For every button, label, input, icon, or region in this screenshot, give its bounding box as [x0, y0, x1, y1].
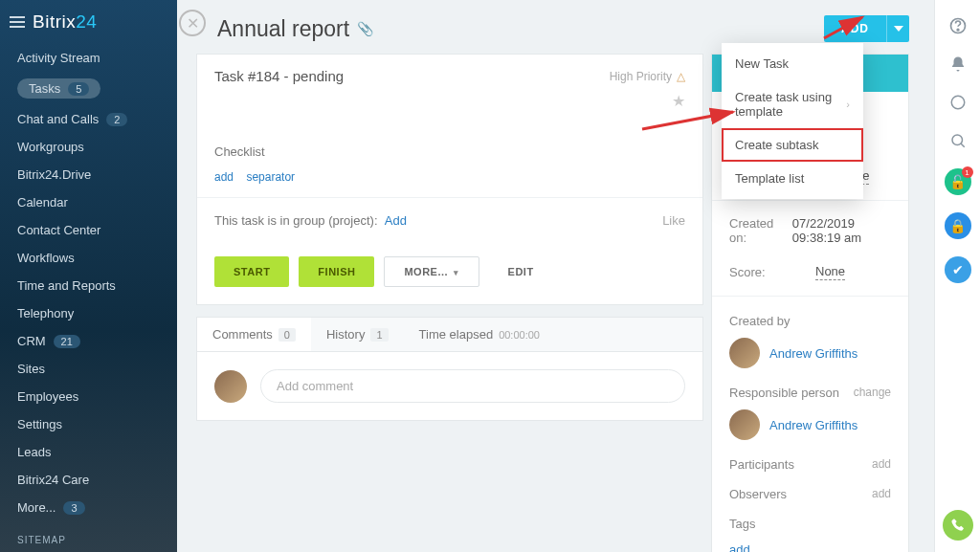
- add-dropdown-toggle[interactable]: [886, 15, 909, 42]
- sidebar-item-crm[interactable]: CRM21: [0, 327, 177, 355]
- page-title: Annual report: [217, 16, 349, 42]
- task-title: Task #184 - pending: [214, 68, 344, 84]
- menu-create-subtask[interactable]: Create subtask: [722, 128, 863, 162]
- tab-time-elapsed[interactable]: Time elapsed00:00:00: [404, 318, 555, 351]
- add-participant-link[interactable]: add: [872, 457, 891, 472]
- menu-template-list[interactable]: Template list: [722, 162, 863, 195]
- sidebar-item-care[interactable]: Bitrix24 Care: [0, 466, 177, 494]
- tab-history[interactable]: History1: [311, 318, 404, 351]
- shield-icon[interactable]: ✔: [945, 256, 971, 283]
- avatar: [729, 338, 760, 368]
- observers-label: Observers: [729, 487, 787, 501]
- svg-line-6: [961, 144, 965, 147]
- sidebar-item-chat[interactable]: Chat and Calls2: [0, 105, 177, 133]
- sidebar-item-more[interactable]: More...3: [0, 494, 177, 521]
- high-priority-label: High Priority△: [610, 70, 685, 83]
- menu-create-template[interactable]: Create task using template›: [722, 80, 863, 128]
- help-icon[interactable]: [947, 15, 969, 36]
- sidebar-item-employees[interactable]: Employees: [0, 383, 177, 410]
- sidebar: Bitrix24 ✕ Activity Stream Tasks5 Chat a…: [0, 0, 177, 552]
- sidebar-item-contact-center[interactable]: Contact Center: [0, 216, 177, 244]
- score-value[interactable]: None: [815, 264, 845, 280]
- brand-logo: Bitrix24: [33, 11, 97, 33]
- start-button[interactable]: START: [214, 256, 289, 287]
- sidebar-item-settings[interactable]: Settings: [0, 410, 177, 438]
- avatar: [214, 370, 247, 403]
- sitemap-link[interactable]: SITEMAP: [17, 535, 66, 545]
- chevron-right-icon: ›: [846, 99, 850, 110]
- finish-button[interactable]: FINISH: [299, 256, 374, 287]
- comment-input[interactable]: Add comment: [260, 369, 685, 403]
- sidebar-item-leads[interactable]: Leads: [0, 438, 177, 466]
- add-observer-link[interactable]: add: [872, 487, 891, 501]
- search-icon[interactable]: [947, 130, 969, 151]
- edit-button[interactable]: EDIT: [489, 256, 553, 287]
- more-button[interactable]: MORE...▾: [384, 256, 479, 287]
- created-on-value: 07/22/2019 09:38:19 am: [792, 216, 891, 245]
- chat-icon[interactable]: [947, 92, 969, 113]
- sidebar-item-activity-stream[interactable]: Activity Stream: [0, 44, 177, 72]
- tab-comments[interactable]: Comments0: [197, 318, 311, 351]
- score-label: Score:: [729, 265, 815, 279]
- lock-icon[interactable]: 🔒: [945, 212, 971, 239]
- like-button[interactable]: Like: [662, 213, 685, 228]
- add-button[interactable]: ADD: [824, 15, 909, 42]
- created-on-label: Created on:: [729, 216, 792, 245]
- bell-icon[interactable]: [947, 54, 969, 75]
- sidebar-item-time-reports[interactable]: Time and Reports: [0, 272, 177, 299]
- tabs-card: Comments0 History1 Time elapsed00:00:00 …: [196, 317, 703, 421]
- svg-point-3: [957, 29, 959, 31]
- task-card: Task #184 - pending High Priority△ ★ Che…: [196, 54, 703, 305]
- sidebar-item-calendar[interactable]: Calendar: [0, 188, 177, 216]
- sidebar-item-workgroups[interactable]: Workgroups: [0, 133, 177, 161]
- menu-new-task[interactable]: New Task: [722, 47, 863, 80]
- sidebar-item-drive[interactable]: Bitrix24.Drive: [0, 161, 177, 188]
- right-rail: 🔓1 🔒 ✔: [934, 0, 980, 552]
- flame-icon: △: [677, 70, 685, 83]
- checklist-separator-link[interactable]: separator: [246, 170, 295, 184]
- attachment-icon[interactable]: 📎: [357, 21, 373, 36]
- sidebar-item-telephony[interactable]: Telephony: [0, 299, 177, 327]
- checklist-label: Checklist: [197, 139, 702, 165]
- sidebar-item-tasks[interactable]: Tasks5: [0, 72, 177, 105]
- sidebar-nav: Activity Stream Tasks5 Chat and Calls2 W…: [0, 44, 177, 521]
- group-add-link[interactable]: Add: [385, 213, 407, 228]
- phone-button[interactable]: [943, 510, 973, 541]
- svg-point-5: [952, 135, 963, 145]
- hamburger-icon[interactable]: [10, 16, 25, 28]
- change-responsible-link[interactable]: change: [854, 386, 891, 400]
- participants-label: Participants: [729, 457, 794, 472]
- lock-open-icon[interactable]: 🔓1: [945, 168, 971, 195]
- responsible-user[interactable]: Andrew Griffiths: [769, 418, 858, 432]
- tags-label: Tags: [729, 517, 755, 531]
- created-by-label: Created by: [729, 314, 791, 328]
- avatar: [729, 409, 760, 440]
- checklist-add-link[interactable]: add: [214, 170, 234, 184]
- add-tag-link[interactable]: add: [729, 542, 750, 552]
- group-text: This task is in group (project):: [214, 213, 378, 228]
- created-by-user[interactable]: Andrew Griffiths: [769, 346, 858, 361]
- main-area: Annual report 📎 ADD Task #184 - pending …: [177, 0, 934, 552]
- sidebar-item-workflows[interactable]: Workflows: [0, 244, 177, 272]
- add-dropdown-menu: New Task Create task using template› Cre…: [722, 43, 863, 199]
- star-icon[interactable]: ★: [672, 92, 685, 110]
- responsible-label: Responsible person: [729, 386, 839, 400]
- sidebar-item-sites[interactable]: Sites: [0, 355, 177, 383]
